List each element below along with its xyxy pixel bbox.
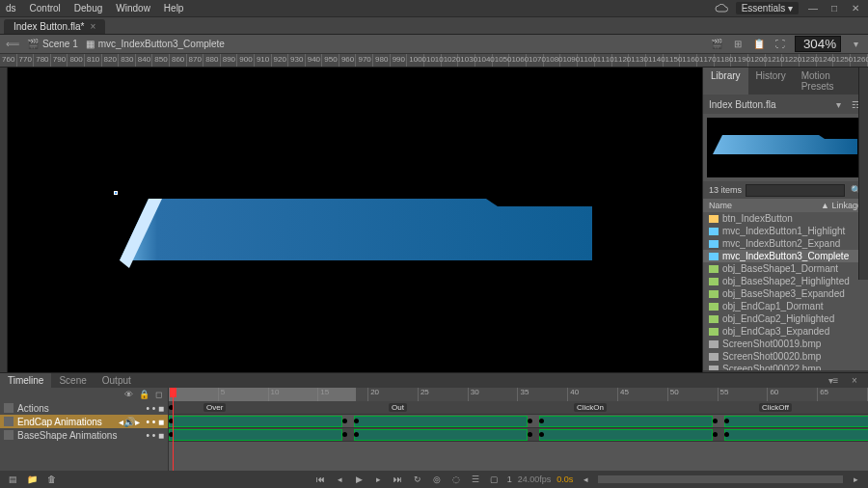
- library-item[interactable]: obj_EndCap1_Dormant: [703, 300, 868, 312]
- asset-type-icon: [709, 290, 719, 298]
- clapper-icon[interactable]: 🎬: [710, 38, 723, 51]
- tween-span[interactable]: [169, 429, 342, 441]
- tween-span[interactable]: [354, 416, 528, 427]
- menu-debug[interactable]: Debug: [74, 3, 102, 14]
- library-item[interactable]: ScreenShot00019.bmp: [703, 338, 868, 350]
- library-item[interactable]: mvc_IndexButton2_Expand: [703, 237, 868, 250]
- loop-icon[interactable]: ↻: [411, 473, 424, 486]
- keyframe[interactable]: [539, 432, 544, 437]
- library-item[interactable]: obj_BaseShape2_Highlighted: [703, 275, 868, 287]
- library-item[interactable]: obj_EndCap3_Expanded: [703, 325, 868, 338]
- document-tab-label: Index Button.fla*: [14, 21, 84, 32]
- tween-span[interactable]: [724, 429, 868, 441]
- document-tab[interactable]: Index Button.fla* ×: [4, 19, 105, 34]
- close-icon[interactable]: ✕: [849, 2, 862, 15]
- library-item[interactable]: btn_IndexButton: [703, 212, 868, 225]
- zoom-dropdown-icon[interactable]: ▾: [849, 38, 862, 51]
- tween-span[interactable]: [539, 429, 713, 441]
- new-folder-layer-icon[interactable]: 📁: [25, 473, 39, 486]
- panel-close-icon[interactable]: ×: [847, 373, 862, 387]
- loop-range[interactable]: [169, 388, 356, 401]
- document-close-icon[interactable]: ×: [90, 21, 95, 32]
- step-back-icon[interactable]: ◂: [334, 473, 347, 486]
- stage-center-icon[interactable]: ⊞: [731, 38, 745, 51]
- layer-row[interactable]: Actions• • ■: [0, 401, 168, 415]
- tween-span[interactable]: [354, 429, 528, 441]
- keyframe[interactable]: [342, 432, 347, 437]
- menu-window[interactable]: Window: [116, 3, 150, 14]
- frames-area[interactable]: 15101520253035404550556065 OverOutClickO…: [169, 388, 868, 471]
- pin-icon[interactable]: ▾: [831, 97, 845, 111]
- tween-span[interactable]: [724, 416, 868, 427]
- panel-menu-icon[interactable]: ▾≡: [826, 373, 841, 387]
- menu-help[interactable]: Help: [164, 3, 184, 14]
- library-doc-dropdown[interactable]: Index Button.fla: [709, 99, 776, 110]
- visibility-header-icon[interactable]: 👁: [124, 390, 133, 399]
- keyframe[interactable]: [724, 432, 729, 437]
- tab-library[interactable]: Library: [703, 68, 748, 95]
- stage[interactable]: [8, 68, 702, 386]
- tab-history[interactable]: History: [748, 68, 794, 95]
- outline-header-icon[interactable]: ◻: [155, 390, 162, 399]
- menu-ds[interactable]: ds: [6, 3, 16, 14]
- layer-track[interactable]: OverOutClickOnClickOff: [169, 415, 868, 428]
- goto-first-icon[interactable]: ⏮: [314, 473, 328, 486]
- workspace-switcher[interactable]: Essentials ▾: [736, 2, 799, 14]
- center-frame-icon[interactable]: ▢: [488, 473, 502, 486]
- new-layer-icon[interactable]: ▤: [6, 473, 19, 486]
- cloud-icon[interactable]: [715, 2, 728, 15]
- tween-span[interactable]: [539, 416, 713, 427]
- keyframe[interactable]: [354, 432, 359, 437]
- keyframe[interactable]: [342, 419, 347, 423]
- scroll-right-icon[interactable]: ▸: [849, 473, 862, 486]
- tween-span[interactable]: [169, 416, 342, 427]
- timeline-scrollbar[interactable]: [598, 475, 843, 483]
- menu-control[interactable]: Control: [30, 3, 61, 14]
- back-icon[interactable]: ⟸: [6, 38, 19, 51]
- library-item[interactable]: mvc_IndexButton1_Highlight: [703, 225, 868, 237]
- library-item[interactable]: obj_BaseShape1_Dormant: [703, 262, 868, 275]
- tab-scene[interactable]: Scene: [51, 373, 94, 388]
- clipboard-icon[interactable]: 📋: [752, 38, 766, 51]
- goto-last-icon[interactable]: ⏭: [392, 473, 405, 486]
- library-item[interactable]: obj_BaseShape3_Expanded: [703, 287, 868, 300]
- edit-multiple-icon[interactable]: ☰: [469, 473, 482, 486]
- col-name[interactable]: Name: [709, 201, 732, 210]
- layer-name: EndCap Animations: [17, 417, 102, 427]
- keyframe[interactable]: [724, 419, 729, 423]
- library-item[interactable]: mvc_IndexButton3_Complete: [703, 250, 868, 262]
- keyframe[interactable]: [539, 419, 544, 423]
- zoom-field[interactable]: [795, 36, 841, 52]
- play-icon[interactable]: ▶: [353, 473, 366, 486]
- step-fwd-icon[interactable]: ▸: [372, 473, 386, 486]
- layer-row[interactable]: BaseShape Animations• • ■: [0, 428, 168, 442]
- tab-motion-presets[interactable]: Motion Presets: [794, 68, 868, 95]
- frame-tick: 35: [518, 388, 568, 401]
- library-item[interactable]: obj_EndCap2_Highlighted: [703, 312, 868, 325]
- col-linkage[interactable]: ▲ Linkage: [821, 201, 862, 210]
- keyframe[interactable]: [528, 432, 532, 437]
- layer-row[interactable]: EndCap Animations◂🔊▸• • ■: [0, 415, 168, 428]
- keyframe[interactable]: [354, 419, 359, 423]
- panel-collapse-strip[interactable]: [858, 68, 868, 280]
- delete-layer-icon[interactable]: 🗑: [44, 473, 58, 486]
- scroll-left-icon[interactable]: ◂: [579, 473, 592, 486]
- fit-icon[interactable]: ⛶: [773, 38, 787, 51]
- playhead[interactable]: [173, 388, 174, 471]
- tab-output[interactable]: Output: [95, 373, 139, 388]
- onion-outline-icon[interactable]: ◌: [449, 473, 463, 486]
- tab-timeline[interactable]: Timeline: [0, 373, 51, 388]
- keyframe[interactable]: [713, 432, 718, 437]
- layer-track[interactable]: [169, 428, 868, 442]
- minimize-icon[interactable]: —: [806, 2, 820, 15]
- library-item[interactable]: ScreenShot00020.bmp: [703, 350, 868, 363]
- keyframe[interactable]: [528, 419, 532, 423]
- document-tab-row: Index Button.fla* ×: [0, 17, 868, 35]
- scene-crumb[interactable]: 🎬 Scene 1: [27, 39, 78, 49]
- keyframe[interactable]: [713, 419, 718, 423]
- maximize-icon[interactable]: □: [827, 2, 841, 15]
- symbol-crumb[interactable]: ▦ mvc_IndexButton3_Complete: [86, 39, 225, 49]
- library-item[interactable]: ScreenShot00022.bmp: [703, 363, 868, 370]
- lock-header-icon[interactable]: 🔒: [139, 390, 149, 399]
- onion-skin-icon[interactable]: ◎: [430, 473, 444, 486]
